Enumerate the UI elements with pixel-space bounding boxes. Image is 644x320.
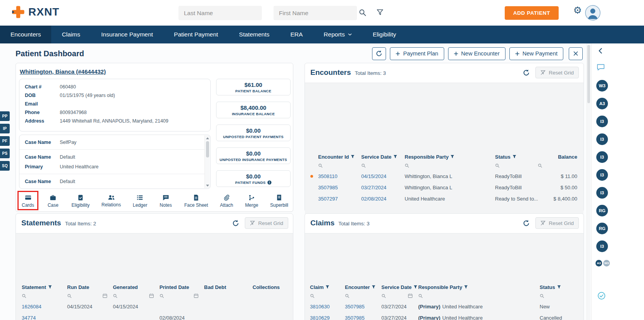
- nav-item-encounters[interactable]: Encounters: [0, 26, 51, 43]
- rail-badge[interactable]: I3: [596, 169, 608, 181]
- statements-panel: Statements Total Items: 2 Reset Grid Sta…: [16, 213, 293, 320]
- quick-tab-pp[interactable]: PP: [0, 111, 10, 121]
- payment-plan-button[interactable]: Payment Plan: [390, 47, 444, 60]
- balance-label: UNPOSTED PATIENT PAYMENTS: [223, 135, 284, 139]
- rxnt-logo-text: RXNT: [28, 6, 59, 18]
- case-label: Notes: [25, 189, 60, 189]
- plus-icon: [454, 52, 458, 56]
- page-header: Patient Dashboard Payment Plan New Encou…: [16, 46, 583, 61]
- claims-reset-grid-button[interactable]: Reset Grid: [535, 217, 579, 229]
- patient-filter-button[interactable]: [376, 8, 384, 18]
- encounter-id-link[interactable]: 3507297: [318, 196, 338, 202]
- attach-button[interactable]: Attach: [220, 194, 233, 208]
- patient-cases-box: Case Name SelfPay Case Name Default Prim…: [19, 135, 211, 189]
- scrollbar-thumb[interactable]: [587, 45, 590, 103]
- scrollbar-thumb[interactable]: [206, 141, 209, 157]
- merge-button[interactable]: Merge: [245, 194, 258, 208]
- nav-item-insurance-payment[interactable]: Insurance Payment: [91, 26, 164, 43]
- info-icon[interactable]: [267, 180, 272, 185]
- info-value: 060480: [60, 84, 76, 90]
- quick-tab-ps[interactable]: PS: [0, 149, 10, 158]
- last-name-input[interactable]: [178, 6, 262, 20]
- rail-badge-small[interactable]: A3: [596, 260, 602, 266]
- close-icon: [573, 51, 578, 56]
- rail-badge[interactable]: I3: [596, 240, 608, 252]
- face-sheet-button[interactable]: Face Sheet: [184, 194, 208, 208]
- page-refresh-button[interactable]: [372, 47, 386, 60]
- tool-label: Ledger: [133, 202, 147, 208]
- quick-tab-ip[interactable]: IP: [0, 124, 10, 133]
- rail-badge[interactable]: RG: [596, 223, 608, 234]
- encounters-title: Encounters: [310, 68, 351, 77]
- superbill-button[interactable]: Superbill: [270, 194, 288, 208]
- close-dashboard-button[interactable]: [569, 47, 583, 60]
- statement-link[interactable]: 34774: [22, 315, 36, 320]
- plus-icon: [515, 52, 519, 56]
- case-value: Test: [64, 189, 73, 189]
- rail-badge[interactable]: I3: [596, 187, 608, 199]
- nav-item-statements[interactable]: Statements: [229, 26, 280, 43]
- tool-label: Relations: [102, 202, 121, 208]
- quick-tab-sq[interactable]: SQ: [0, 161, 10, 171]
- rail-badge[interactable]: I3: [596, 133, 608, 145]
- case-button[interactable]: Case: [47, 194, 60, 208]
- patient-search-button[interactable]: [358, 8, 367, 19]
- unposted-insurance-payments-box: $0.00 UNPOSTED INSURANCE PAYMENTS: [216, 147, 291, 164]
- statements-total: Total Items: 2: [65, 221, 96, 227]
- collapse-panel-button[interactable]: [599, 48, 602, 55]
- new-payment-button[interactable]: New Payment: [509, 47, 563, 60]
- info-row-email: Email: [25, 100, 205, 108]
- encounters-total: Total Items: 3: [355, 70, 386, 76]
- rail-badge[interactable]: I3: [596, 116, 608, 127]
- claims-total: Total Items: 3: [338, 221, 369, 227]
- gear-icon: ⚙: [573, 5, 582, 16]
- rail-badge[interactable]: A3: [596, 98, 608, 109]
- cards-icon: [25, 194, 31, 201]
- notes-button[interactable]: Notes: [159, 194, 172, 208]
- nav-item-era[interactable]: ERA: [280, 26, 313, 43]
- scroll-up-icon[interactable]: [205, 136, 210, 140]
- claims-refresh-button[interactable]: [523, 220, 530, 227]
- plus-icon: [396, 52, 400, 56]
- chat-button[interactable]: [597, 64, 605, 72]
- nav-item-patient-payment[interactable]: Patient Payment: [163, 26, 229, 43]
- statements-reset-grid-button[interactable]: Reset Grid: [245, 217, 288, 229]
- nav-item-reports[interactable]: Reports: [313, 26, 362, 43]
- eligibility-button[interactable]: Eligibility: [71, 194, 90, 208]
- settings-button[interactable]: ⚙: [573, 5, 582, 15]
- ledger-button[interactable]: Ledger: [133, 194, 147, 208]
- statements-refresh-button[interactable]: [232, 220, 239, 227]
- encounters-refresh-button[interactable]: [523, 69, 530, 76]
- claim-row[interactable]: 3810296 3507297 02/08/2024 (Primary)Unit…: [305, 275, 583, 320]
- search-icon: [358, 9, 367, 17]
- printed-date-cell: 02/08/2024: [159, 315, 204, 320]
- rail-badge[interactable]: RG: [596, 205, 608, 216]
- rxnt-logo[interactable]: RXNT: [12, 5, 59, 19]
- nav-item-eligibility[interactable]: Eligibility: [362, 26, 407, 43]
- rail-badge[interactable]: I3: [596, 151, 608, 163]
- case-scrollbar[interactable]: [204, 135, 210, 188]
- balance-summary: $61.00 PATIENT BALANCE $8,400.00 INSURAN…: [216, 79, 291, 193]
- add-patient-button[interactable]: ADD PATIENT: [505, 6, 559, 20]
- rail-badge[interactable]: W3: [596, 80, 608, 92]
- service-date-link[interactable]: 02/08/2024: [361, 196, 386, 202]
- patient-balance-box: $61.00 PATIENT BALANCE: [216, 79, 291, 95]
- rail-badge-small[interactable]: W3: [603, 260, 610, 266]
- encounters-reset-grid-button[interactable]: Reset Grid: [535, 67, 579, 78]
- first-name-input[interactable]: [274, 6, 357, 20]
- nav-label: Eligibility: [373, 31, 396, 38]
- bullet: •: [60, 189, 61, 189]
- scroll-down-icon[interactable]: [205, 183, 210, 188]
- new-payment-label: New Payment: [523, 50, 557, 57]
- user-avatar[interactable]: [585, 5, 601, 21]
- responsible-party-cell: United Healthcare: [405, 196, 495, 202]
- new-encounter-button[interactable]: New Encounter: [448, 47, 506, 60]
- cards-button[interactable]: Cards: [21, 194, 35, 208]
- check-circle-button[interactable]: [597, 292, 606, 301]
- patient-name-link[interactable]: Whittington, Bianca (#4644432): [20, 68, 106, 75]
- quick-tab-pf[interactable]: PF: [0, 136, 10, 146]
- nav-item-claims[interactable]: Claims: [51, 26, 90, 43]
- case-value: Default: [60, 179, 75, 184]
- relations-button[interactable]: Relations: [102, 194, 121, 208]
- statement-row[interactable]: 34774 02/08/2024: [16, 264, 293, 320]
